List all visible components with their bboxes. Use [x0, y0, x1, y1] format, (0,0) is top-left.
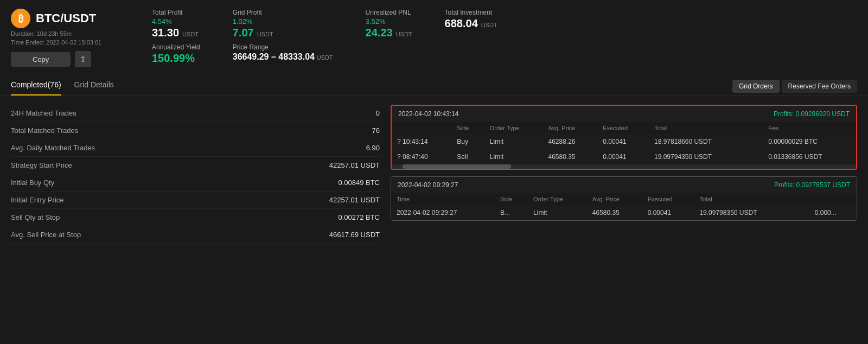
row1-time: ? 10:43:14 — [392, 134, 451, 149]
grid-profit-pct: 1.02% — [233, 17, 253, 26]
trade-group-1-profit-value: 0.09286920 USDT — [796, 110, 850, 118]
row1-fee: 0.00000029 BTC — [763, 134, 856, 149]
tab-completed[interactable]: Completed(76) — [11, 77, 61, 95]
annualized-yield-value: 150.99% — [152, 52, 200, 65]
stat-value-avg-sell-price: 46617.69 USDT — [329, 231, 380, 239]
unrealized-pnl-unit: USDT — [396, 31, 412, 37]
trade-group-2-header: 2022-04-02 09:29:27 Profits: 0.09278537 … — [391, 177, 857, 193]
total-investment-stat: Total Investment 688.04 USDT — [445, 9, 497, 65]
total-profit-unit: USDT — [182, 31, 199, 37]
stat-label-total-matched: Total Matched Trades — [11, 126, 78, 135]
row1-total: 18.97818660 USDT — [649, 134, 747, 149]
row1-side: Buy — [451, 134, 484, 149]
row2-order-type: Limit — [484, 149, 543, 164]
col-order-type-1: Order Type — [484, 122, 543, 134]
row2-executed: 0.00041 — [597, 149, 649, 164]
tabs-left: Completed(76) Grid Details — [11, 77, 114, 95]
price-range-label: Price Range — [233, 43, 333, 51]
stat-row-avg-daily: Avg. Daily Matched Trades 6.90 — [11, 139, 380, 157]
stat-label-initial-buy-qty: Initial Buy Qty — [11, 179, 54, 187]
col-executed-1: Executed — [597, 122, 649, 134]
trade-group-2-profit-value: 0.09278537 USDT — [796, 181, 850, 189]
btc-icon: ₿ — [11, 9, 30, 28]
action-row: Copy ⇧ — [11, 51, 130, 67]
share-button[interactable]: ⇧ — [75, 51, 91, 67]
trade-group-2: 2022-04-02 09:29:27 Profits: 0.09278537 … — [391, 176, 857, 221]
row3-avg-price: 46580.35 — [587, 205, 642, 220]
time-ended-info: Time Ended: 2022-04-02 15:03:01 — [11, 39, 130, 46]
table-row: ? 10:43:14 Buy Limit 46288.26 0.00041 18… — [392, 134, 856, 149]
trade-table-2-header-row: Time Side Order Type Avg. Price Executed… — [391, 193, 857, 205]
stat-label-avg-sell-price: Avg. Sell Price at Stop — [11, 231, 81, 239]
total-profit-pct: 4.54% — [152, 17, 172, 26]
col-fee-1: Fee — [763, 122, 856, 134]
header: ₿ BTC/USDT Duration: 10d 23h 55m Time En… — [0, 0, 868, 73]
trade-table-1: Side Order Type Avg. Price Executed Tota… — [392, 122, 856, 164]
unrealized-pnl-label: Unrealized PNL — [366, 9, 412, 16]
stat-value-sell-qty: 0.00272 BTC — [338, 213, 380, 221]
unrealized-pnl-stat: Unrealized PNL 3.52% 24.23 USDT — [366, 9, 412, 65]
col-avg-price-1: Avg. Price — [542, 122, 597, 134]
stat-row-initial-entry-price: Initial Entry Price 42257.01 USDT — [11, 192, 380, 209]
row2-time: ? 08:47:40 — [392, 149, 451, 164]
table-row: ? 08:47:40 Sell Limit 46580.35 0.00041 1… — [392, 149, 856, 164]
stat-value-total-matched: 76 — [372, 126, 380, 135]
trade-group-1-profit: Profits: 0.09286920 USDT — [774, 110, 850, 118]
total-investment-label: Total Investment — [445, 9, 497, 16]
left-panel: 24H Matched Trades 0 Total Matched Trade… — [11, 105, 380, 244]
total-profit-label: Total Profit — [152, 9, 200, 16]
pair-title: BTC/USDT — [36, 11, 96, 26]
tabs-right: Grid Orders Reserved Fee Orders — [732, 80, 857, 93]
price-range-value: 36649.29 – 48333.04 — [233, 52, 315, 61]
stat-label-avg-daily: Avg. Daily Matched Trades — [11, 144, 95, 152]
stat-value-24h: 0 — [376, 109, 380, 117]
trade-group-2-date: 2022-04-02 09:29:27 — [398, 181, 458, 189]
grid-profit-value: 7.07 — [233, 27, 254, 39]
stat-label-sell-qty: Sell Qty at Stop — [11, 213, 60, 221]
row3-executed: 0.00041 — [642, 205, 694, 220]
duration-info: Duration: 10d 23h 55m — [11, 30, 130, 37]
tab-grid-details[interactable]: Grid Details — [74, 77, 114, 95]
row1-avg-price: 46288.26 — [542, 134, 597, 149]
row3-order-type: Limit — [528, 205, 587, 220]
stat-row-24h: 24H Matched Trades 0 — [11, 105, 380, 122]
table-row: 2022-04-02 09:29:27 B... Limit 46580.35 … — [391, 205, 857, 220]
row2-fee: 0.01336856 USDT — [763, 149, 856, 164]
trade-group-1: 2022-04-02 10:43:14 Profits: 0.09286920 … — [391, 105, 857, 170]
stat-row-avg-sell-price: Avg. Sell Price at Stop 46617.69 USDT — [11, 226, 380, 244]
logo-row: ₿ BTC/USDT — [11, 9, 130, 28]
grid-profit-label: Grid Profit — [233, 9, 333, 16]
stat-row-total-matched: Total Matched Trades 76 — [11, 122, 380, 139]
grid-profit-unit: USDT — [257, 31, 273, 37]
col-executed-2: Executed — [642, 193, 694, 205]
right-panel: 2022-04-02 10:43:14 Profits: 0.09286920 … — [391, 105, 857, 244]
stat-value-initial-entry-price: 42257.01 USDT — [329, 196, 380, 204]
trade-group-2-profit: Profits: 0.09278537 USDT — [774, 181, 850, 189]
copy-button[interactable]: Copy — [11, 52, 71, 67]
stat-value-avg-daily: 6.90 — [366, 144, 380, 152]
trade-table-1-header-row: Side Order Type Avg. Price Executed Tota… — [392, 122, 856, 134]
stat-label-initial-entry-price: Initial Entry Price — [11, 196, 64, 204]
row1-executed: 0.00041 — [597, 134, 649, 149]
stat-row-initial-buy-qty: Initial Buy Qty 0.00849 BTC — [11, 174, 380, 192]
row2-total: 19.09794350 USDT — [649, 149, 747, 164]
row3-total: 19.09798350 USDT — [694, 205, 793, 220]
trade-group-1-header: 2022-04-02 10:43:14 Profits: 0.09286920 … — [392, 106, 856, 122]
col-side-2: Side — [495, 193, 528, 205]
annualized-yield-label: Annualized Yield — [152, 43, 200, 51]
total-investment-unit: USDT — [481, 22, 497, 28]
row3-side: B... — [495, 205, 528, 220]
row3-fee: 0.000... — [809, 205, 857, 220]
scrollbar-1[interactable] — [392, 164, 856, 169]
row1-order-type: Limit — [484, 134, 543, 149]
tab-btn-reserved-fee[interactable]: Reserved Fee Orders — [782, 80, 857, 93]
row2-avg-price: 46580.35 — [542, 149, 597, 164]
trade-group-1-date: 2022-04-02 10:43:14 — [398, 110, 458, 118]
col-total-1: Total — [649, 122, 747, 134]
share-icon: ⇧ — [80, 55, 86, 63]
tabs-bar: Completed(76) Grid Details Grid Orders R… — [0, 73, 868, 96]
total-profit-value: 31.30 — [152, 27, 179, 39]
row2-side: Sell — [451, 149, 484, 164]
tab-btn-grid-orders[interactable]: Grid Orders — [732, 80, 780, 93]
stat-row-start-price: Strategy Start Price 42257.01 USDT — [11, 157, 380, 174]
